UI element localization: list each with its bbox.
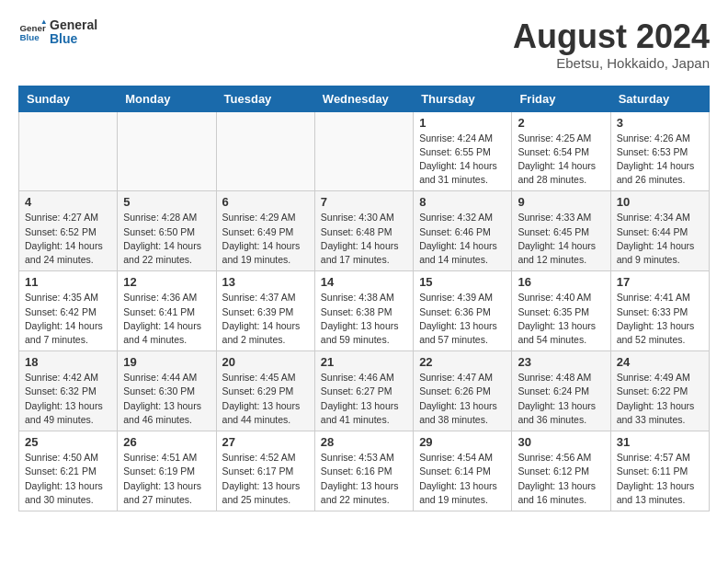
- calendar-cell: 1Sunrise: 4:24 AM Sunset: 6:55 PM Daylig…: [414, 111, 512, 191]
- day-number: 3: [617, 116, 703, 130]
- calendar-cell: [216, 111, 314, 191]
- day-info: Sunrise: 4:52 AM Sunset: 6:17 PM Dayligh…: [222, 451, 309, 507]
- calendar-cell: 9Sunrise: 4:33 AM Sunset: 6:45 PM Daylig…: [512, 191, 610, 271]
- day-info: Sunrise: 4:50 AM Sunset: 6:21 PM Dayligh…: [25, 451, 111, 507]
- cell-content: 9Sunrise: 4:33 AM Sunset: 6:45 PM Daylig…: [518, 195, 604, 267]
- day-info: Sunrise: 4:38 AM Sunset: 6:38 PM Dayligh…: [321, 291, 407, 347]
- calendar-cell: 31Sunrise: 4:57 AM Sunset: 6:11 PM Dayli…: [610, 431, 709, 511]
- weekday-header-wednesday: Wednesday: [314, 86, 413, 111]
- day-info: Sunrise: 4:57 AM Sunset: 6:11 PM Dayligh…: [617, 451, 703, 507]
- calendar-cell: 12Sunrise: 4:36 AM Sunset: 6:41 PM Dayli…: [118, 271, 216, 351]
- cell-content: 7Sunrise: 4:30 AM Sunset: 6:48 PM Daylig…: [321, 195, 407, 267]
- calendar-cell: 5Sunrise: 4:28 AM Sunset: 6:50 PM Daylig…: [118, 191, 216, 271]
- calendar-cell: 7Sunrise: 4:30 AM Sunset: 6:48 PM Daylig…: [314, 191, 413, 271]
- calendar-cell: 15Sunrise: 4:39 AM Sunset: 6:36 PM Dayli…: [414, 271, 512, 351]
- title-block: August 2024 Ebetsu, Hokkaido, Japan: [513, 18, 710, 71]
- day-info: Sunrise: 4:45 AM Sunset: 6:29 PM Dayligh…: [222, 371, 309, 427]
- day-info: Sunrise: 4:32 AM Sunset: 6:46 PM Dayligh…: [419, 211, 506, 267]
- cell-content: 21Sunrise: 4:46 AM Sunset: 6:27 PM Dayli…: [321, 355, 407, 427]
- location-subtitle: Ebetsu, Hokkaido, Japan: [513, 55, 710, 71]
- cell-content: 3Sunrise: 4:26 AM Sunset: 6:53 PM Daylig…: [617, 116, 703, 188]
- day-number: 16: [518, 275, 604, 289]
- day-number: 25: [25, 435, 111, 449]
- cell-content: 2Sunrise: 4:25 AM Sunset: 6:54 PM Daylig…: [518, 116, 604, 188]
- day-info: Sunrise: 4:41 AM Sunset: 6:33 PM Dayligh…: [617, 291, 703, 347]
- day-number: 11: [25, 275, 111, 289]
- cell-content: 16Sunrise: 4:40 AM Sunset: 6:35 PM Dayli…: [518, 275, 604, 347]
- calendar-cell: 29Sunrise: 4:54 AM Sunset: 6:14 PM Dayli…: [414, 431, 512, 511]
- day-info: Sunrise: 4:37 AM Sunset: 6:39 PM Dayligh…: [222, 291, 309, 347]
- day-number: 8: [419, 195, 506, 209]
- cell-content: 24Sunrise: 4:49 AM Sunset: 6:22 PM Dayli…: [617, 355, 703, 427]
- day-number: 7: [321, 195, 407, 209]
- day-number: 31: [617, 435, 703, 449]
- calendar-cell: [118, 111, 216, 191]
- calendar-cell: 30Sunrise: 4:56 AM Sunset: 6:12 PM Dayli…: [512, 431, 610, 511]
- day-number: 21: [321, 355, 407, 369]
- day-info: Sunrise: 4:40 AM Sunset: 6:35 PM Dayligh…: [518, 291, 604, 347]
- calendar-cell: 13Sunrise: 4:37 AM Sunset: 6:39 PM Dayli…: [216, 271, 314, 351]
- weekday-header-monday: Monday: [118, 86, 216, 111]
- day-number: 4: [25, 195, 111, 209]
- day-info: Sunrise: 4:44 AM Sunset: 6:30 PM Dayligh…: [123, 371, 210, 427]
- logo-text: General Blue: [50, 18, 97, 47]
- day-number: 22: [419, 355, 506, 369]
- weekday-header-friday: Friday: [512, 86, 610, 111]
- cell-content: 8Sunrise: 4:32 AM Sunset: 6:46 PM Daylig…: [419, 195, 506, 267]
- day-number: 24: [617, 355, 703, 369]
- day-number: 13: [222, 275, 309, 289]
- cell-content: 11Sunrise: 4:35 AM Sunset: 6:42 PM Dayli…: [25, 275, 111, 347]
- cell-content: [25, 116, 111, 185]
- calendar-cell: 11Sunrise: 4:35 AM Sunset: 6:42 PM Dayli…: [19, 271, 118, 351]
- cell-content: 18Sunrise: 4:42 AM Sunset: 6:32 PM Dayli…: [25, 355, 111, 427]
- logo-general-text: General: [50, 18, 97, 32]
- cell-content: 14Sunrise: 4:38 AM Sunset: 6:38 PM Dayli…: [321, 275, 407, 347]
- day-info: Sunrise: 4:28 AM Sunset: 6:50 PM Dayligh…: [123, 211, 210, 267]
- calendar-cell: 19Sunrise: 4:44 AM Sunset: 6:30 PM Dayli…: [118, 351, 216, 431]
- day-number: 15: [419, 275, 506, 289]
- day-info: Sunrise: 4:26 AM Sunset: 6:53 PM Dayligh…: [617, 132, 703, 188]
- svg-text:Blue: Blue: [20, 32, 40, 42]
- day-info: Sunrise: 4:49 AM Sunset: 6:22 PM Dayligh…: [617, 371, 703, 427]
- day-number: 18: [25, 355, 111, 369]
- day-info: Sunrise: 4:53 AM Sunset: 6:16 PM Dayligh…: [321, 451, 407, 507]
- calendar-cell: 22Sunrise: 4:47 AM Sunset: 6:26 PM Dayli…: [414, 351, 512, 431]
- cell-content: 25Sunrise: 4:50 AM Sunset: 6:21 PM Dayli…: [25, 435, 111, 507]
- cell-content: 17Sunrise: 4:41 AM Sunset: 6:33 PM Dayli…: [617, 275, 703, 347]
- calendar-cell: 25Sunrise: 4:50 AM Sunset: 6:21 PM Dayli…: [19, 431, 118, 511]
- calendar-cell: [19, 111, 118, 191]
- logo-blue-text: Blue: [50, 32, 97, 46]
- calendar-cell: 26Sunrise: 4:51 AM Sunset: 6:19 PM Dayli…: [118, 431, 216, 511]
- day-info: Sunrise: 4:47 AM Sunset: 6:26 PM Dayligh…: [419, 371, 506, 427]
- week-row-3: 11Sunrise: 4:35 AM Sunset: 6:42 PM Dayli…: [19, 271, 710, 351]
- cell-content: 6Sunrise: 4:29 AM Sunset: 6:49 PM Daylig…: [222, 195, 309, 267]
- day-number: 10: [617, 195, 703, 209]
- cell-content: 1Sunrise: 4:24 AM Sunset: 6:55 PM Daylig…: [419, 116, 506, 188]
- cell-content: 12Sunrise: 4:36 AM Sunset: 6:41 PM Dayli…: [123, 275, 210, 347]
- cell-content: 13Sunrise: 4:37 AM Sunset: 6:39 PM Dayli…: [222, 275, 309, 347]
- calendar-cell: 10Sunrise: 4:34 AM Sunset: 6:44 PM Dayli…: [610, 191, 709, 271]
- calendar-cell: 18Sunrise: 4:42 AM Sunset: 6:32 PM Dayli…: [19, 351, 118, 431]
- day-number: 14: [321, 275, 407, 289]
- weekday-header-row: SundayMondayTuesdayWednesdayThursdayFrid…: [19, 86, 710, 111]
- calendar-cell: 23Sunrise: 4:48 AM Sunset: 6:24 PM Dayli…: [512, 351, 610, 431]
- day-number: 28: [321, 435, 407, 449]
- day-info: Sunrise: 4:42 AM Sunset: 6:32 PM Dayligh…: [25, 371, 111, 427]
- day-info: Sunrise: 4:56 AM Sunset: 6:12 PM Dayligh…: [518, 451, 604, 507]
- cell-content: 20Sunrise: 4:45 AM Sunset: 6:29 PM Dayli…: [222, 355, 309, 427]
- day-number: 5: [123, 195, 210, 209]
- calendar-cell: 2Sunrise: 4:25 AM Sunset: 6:54 PM Daylig…: [512, 111, 610, 191]
- day-info: Sunrise: 4:36 AM Sunset: 6:41 PM Dayligh…: [123, 291, 210, 347]
- svg-text:General: General: [20, 23, 47, 33]
- calendar-table: SundayMondayTuesdayWednesdayThursdayFrid…: [18, 86, 710, 511]
- cell-content: 31Sunrise: 4:57 AM Sunset: 6:11 PM Dayli…: [617, 435, 703, 507]
- day-info: Sunrise: 4:51 AM Sunset: 6:19 PM Dayligh…: [123, 451, 210, 507]
- day-info: Sunrise: 4:29 AM Sunset: 6:49 PM Dayligh…: [222, 211, 309, 267]
- cell-content: 19Sunrise: 4:44 AM Sunset: 6:30 PM Dayli…: [123, 355, 210, 427]
- cell-content: [123, 116, 210, 185]
- calendar-cell: 4Sunrise: 4:27 AM Sunset: 6:52 PM Daylig…: [19, 191, 118, 271]
- calendar-cell: 16Sunrise: 4:40 AM Sunset: 6:35 PM Dayli…: [512, 271, 610, 351]
- logo: General Blue General Blue: [18, 18, 97, 47]
- day-number: 29: [419, 435, 506, 449]
- cell-content: 10Sunrise: 4:34 AM Sunset: 6:44 PM Dayli…: [617, 195, 703, 267]
